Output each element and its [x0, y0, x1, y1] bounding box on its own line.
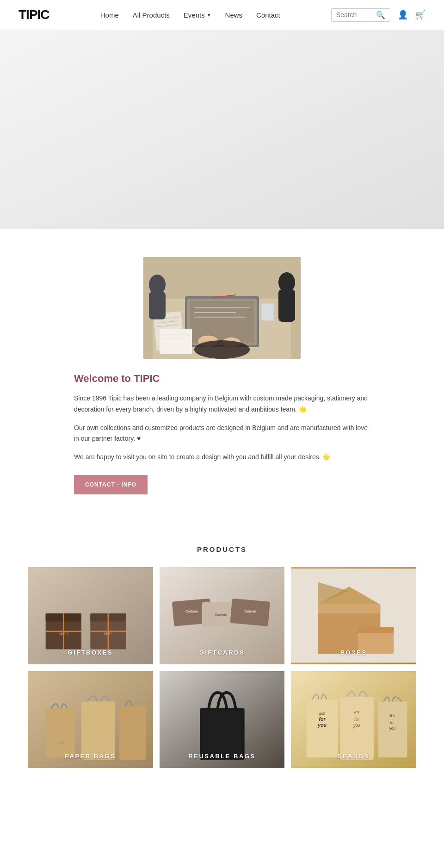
- svg-rect-62: [340, 697, 374, 760]
- svg-text:you: you: [389, 726, 396, 731]
- product-card-boxes[interactable]: BOXES: [291, 567, 416, 664]
- nav-contact[interactable]: Contact: [256, 11, 280, 19]
- search-icon[interactable]: 🔍: [376, 11, 385, 19]
- nav-news[interactable]: News: [225, 11, 243, 19]
- site-header: TIPIC Home All Products Events ▼ News Co…: [0, 0, 444, 30]
- svg-text:It's: It's: [354, 710, 359, 714]
- about-paragraph-1: Since 1996 Tipic has been a leading comp…: [74, 393, 370, 415]
- svg-text:you: you: [353, 723, 360, 728]
- svg-rect-5: [190, 301, 254, 343]
- boxes-label: BOXES: [291, 649, 416, 656]
- products-grid: Gift ! Gift ! GIFTBOXES: [28, 567, 416, 768]
- about-text: Welcome to TIPIC Since 1996 Tipic has be…: [74, 373, 370, 494]
- about-image: [143, 257, 301, 359]
- nav-home[interactable]: Home: [100, 11, 119, 19]
- giftboxes-label: GIFTBOXES: [28, 649, 153, 656]
- giftcards-label: GIFTCARDS: [160, 649, 285, 656]
- product-card-paperbags[interactable]: TIPIC PAPER BAGS: [28, 671, 153, 768]
- products-title: PRODUCTS: [28, 545, 416, 553]
- cart-icon[interactable]: 🛒: [415, 10, 426, 20]
- hero-image: [0, 30, 444, 229]
- hero-banner: [0, 30, 444, 229]
- nav-all-products[interactable]: All Products: [133, 11, 170, 19]
- svg-rect-22: [149, 292, 166, 319]
- about-paragraph-2: Our own collections and customized produ…: [74, 423, 370, 445]
- svg-text:Cadeau: Cadeau: [215, 612, 227, 617]
- paperbags-label: PAPER BAGS: [28, 753, 153, 760]
- svg-text:It's: It's: [390, 713, 395, 718]
- about-section: Welcome to TIPIC Since 1996 Tipic has be…: [0, 229, 444, 522]
- about-paragraph-3: We are happy to visit you on site to cre…: [74, 452, 370, 463]
- contact-info-button[interactable]: CONTACT - INFO: [74, 475, 148, 494]
- search-input[interactable]: [336, 11, 373, 19]
- svg-rect-24: [278, 289, 295, 322]
- header-right: 🔍 👤 🛒: [331, 8, 426, 22]
- svg-text:for: for: [319, 716, 326, 722]
- season-label: SEASON: [291, 753, 416, 760]
- search-bar[interactable]: 🔍: [331, 8, 390, 22]
- svg-text:for: for: [354, 717, 359, 722]
- svg-text:TIPIC: TIPIC: [56, 741, 64, 744]
- chevron-down-icon: ▼: [207, 12, 211, 18]
- product-card-giftcards[interactable]: Cadeau Cadeau Cadeau GIFTCARDS: [160, 567, 285, 664]
- svg-text:Cadeau: Cadeau: [185, 609, 198, 613]
- main-nav: Home All Products Events ▼ News Contact: [100, 11, 280, 19]
- products-section: PRODUCTS Gift !: [0, 522, 444, 796]
- svg-rect-56: [202, 711, 242, 758]
- svg-rect-17: [262, 304, 273, 320]
- svg-rect-46: [318, 605, 380, 613]
- svg-rect-50: [46, 708, 75, 757]
- product-card-season[interactable]: just for you It's for you It's for: [291, 671, 416, 768]
- reusablebags-label: REUSABLE BAGS: [160, 753, 285, 760]
- product-card-reusablebags[interactable]: REUSABLE BAGS: [160, 671, 285, 768]
- svg-text:you: you: [318, 722, 327, 728]
- svg-rect-13: [160, 329, 192, 354]
- user-icon[interactable]: 👤: [398, 10, 408, 20]
- svg-rect-58: [307, 699, 338, 757]
- svg-point-25: [194, 340, 250, 359]
- nav-events[interactable]: Events ▼: [184, 11, 211, 19]
- svg-rect-0: [0, 30, 444, 229]
- product-card-giftboxes[interactable]: Gift ! Gift ! GIFTBOXES: [28, 567, 153, 664]
- svg-text:just: just: [319, 711, 326, 716]
- svg-text:Cadeau: Cadeau: [243, 609, 256, 613]
- svg-text:for: for: [390, 720, 395, 725]
- about-title: Welcome to TIPIC: [74, 373, 370, 385]
- svg-rect-53: [119, 706, 146, 760]
- svg-rect-52: [81, 701, 115, 760]
- logo[interactable]: TIPIC: [18, 7, 49, 22]
- svg-rect-48: [358, 627, 394, 633]
